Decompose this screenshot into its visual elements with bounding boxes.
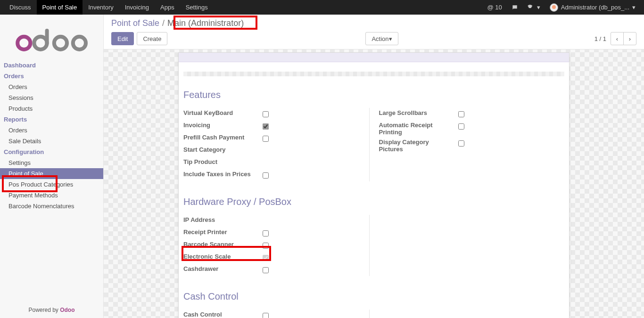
powered-by: Powered by: [28, 307, 60, 313]
avatar: [550, 3, 558, 12]
value-tip-product: [259, 158, 263, 168]
field-receipt-printer: Receipt Printer: [183, 227, 369, 239]
pager-next[interactable]: ›: [623, 32, 636, 45]
sidebar-item-orders[interactable]: Orders: [0, 82, 103, 92]
topnav-settings[interactable]: Settings: [180, 0, 214, 15]
checkbox-virtual-keyboard[interactable]: [263, 111, 269, 117]
field-start-category: Start Category: [183, 145, 369, 157]
action-dropdown[interactable]: Action ▾: [365, 32, 398, 45]
checkbox-receipt-printer[interactable]: [263, 230, 269, 236]
sidebar-menu: Dashboard Orders Orders Sessions Product…: [0, 60, 103, 302]
checkbox-large-scrollbars[interactable]: [458, 111, 464, 117]
field-auto-receipt: Automatic Receipt Printing: [379, 120, 565, 137]
field-cashdrawer: Cashdrawer: [183, 264, 369, 276]
label-virtual-keyboard: Virtual KeyBoard: [183, 109, 259, 116]
label-receipt-printer: Receipt Printer: [183, 228, 259, 236]
sidebar-item-payment-methods[interactable]: Payment Methods: [0, 190, 103, 201]
action-label: Action: [372, 35, 388, 42]
user-menu[interactable]: Administrator (db_pos_... ▾: [545, 0, 640, 15]
pager-prev[interactable]: ‹: [611, 32, 624, 45]
label-barcode-scanner: Barcode Scanner: [183, 241, 259, 248]
field-ip-address: IP Address: [183, 215, 369, 227]
svg-point-2: [54, 37, 66, 49]
checkbox-prefill-cash[interactable]: [263, 136, 269, 142]
user-label: Administrator (db_pos_...: [561, 4, 629, 11]
field-virtual-keyboard: Virtual KeyBoard: [183, 108, 369, 120]
breadcrumb-sep: /: [162, 18, 165, 28]
debug-icon[interactable]: ▾: [523, 0, 545, 15]
checkbox-invoicing[interactable]: [263, 123, 269, 130]
sidebar-footer: Powered by Odoo: [0, 302, 103, 318]
group-cash-control: Cash Control: [183, 310, 564, 318]
form-scroll[interactable]: Features Virtual KeyBoard Invoicing: [104, 52, 644, 318]
checkbox-display-category-pictures[interactable]: [458, 140, 464, 147]
sidebar-item-pos-product-categories[interactable]: Pos Product Categories: [0, 179, 103, 190]
chevron-down-icon: ▾: [537, 4, 540, 11]
checkbox-cash-control[interactable]: [263, 313, 269, 318]
breadcrumb-root[interactable]: Point of Sale: [111, 18, 159, 28]
topnav-point-of-sale[interactable]: Point of Sale: [37, 0, 83, 15]
topnav-apps[interactable]: Apps: [155, 0, 180, 15]
label-prefill-cash: Prefill Cash Payment: [183, 134, 259, 141]
checkbox-cashdrawer[interactable]: [263, 267, 269, 273]
control-panel: Point of Sale / Main (Administrator) Edi…: [104, 15, 644, 49]
group-title-cash-control: Cash Control: [183, 291, 564, 302]
main: Point of Sale / Main (Administrator) Edi…: [104, 15, 644, 318]
sidebar-item-sessions[interactable]: Sessions: [0, 92, 103, 103]
create-button[interactable]: Create: [137, 32, 167, 45]
group-title-features: Features: [183, 90, 564, 100]
label-tip-product: Tip Product: [183, 158, 259, 165]
sidebar-section-configuration[interactable]: Configuration: [0, 147, 103, 157]
group-title-hardware: Hardware Proxy / PosBox: [183, 196, 564, 207]
field-invoicing: Invoicing: [183, 120, 369, 132]
label-invoicing: Invoicing: [183, 122, 259, 129]
topnav-discuss[interactable]: Discuss: [4, 0, 37, 15]
chat-icon[interactable]: [507, 0, 523, 15]
sidebar: Dashboard Orders Orders Sessions Product…: [0, 15, 104, 318]
label-auto-receipt: Automatic Receipt Printing: [379, 122, 454, 136]
messages-indicator[interactable]: @ 10: [482, 0, 506, 15]
pager-value[interactable]: 1 / 1: [594, 35, 606, 42]
top-navbar: Discuss Point of Sale Inventory Invoicin…: [0, 0, 644, 15]
checkbox-include-taxes[interactable]: [263, 172, 269, 179]
group-features-right: Large Scrollbars Automatic Receipt Print…: [379, 108, 565, 181]
label-display-category-pictures: Display Category Pictures: [379, 139, 454, 153]
svg-point-3: [73, 37, 85, 49]
chevron-down-icon: ▾: [389, 35, 392, 42]
group-hardware: IP Address Receipt Printer Barcode Scann…: [183, 215, 564, 276]
checkbox-barcode-scanner[interactable]: [263, 243, 269, 249]
at-icon: @: [487, 4, 493, 11]
label-start-category: Start Category: [183, 146, 259, 153]
group-features: Virtual KeyBoard Invoicing Prefill Cash …: [183, 108, 564, 181]
field-large-scrollbars: Large Scrollbars: [379, 108, 565, 120]
messages-count: 10: [495, 4, 502, 11]
sidebar-section-orders[interactable]: Orders: [0, 71, 103, 82]
sidebar-section-reports[interactable]: Reports: [0, 114, 103, 125]
topnav-menu: Discuss Point of Sale Inventory Invoicin…: [4, 0, 214, 15]
breadcrumb-current: Main (Administrator): [167, 18, 244, 28]
topnav-inventory[interactable]: Inventory: [83, 0, 119, 15]
topnav-invoicing[interactable]: Invoicing: [119, 0, 155, 15]
logo: [0, 15, 103, 60]
form-sheet: Features Virtual KeyBoard Invoicing: [178, 52, 570, 318]
sidebar-item-products[interactable]: Products: [0, 103, 103, 114]
field-cash-control: Cash Control: [183, 310, 369, 318]
brand-link[interactable]: Odoo: [60, 307, 74, 313]
checkbox-auto-receipt[interactable]: [458, 123, 464, 130]
label-large-scrollbars: Large Scrollbars: [379, 109, 454, 116]
sidebar-item-barcode-nomenclatures[interactable]: Barcode Nomenclatures: [0, 201, 103, 212]
label-ip-address: IP Address: [183, 216, 259, 223]
section-separator: [183, 72, 564, 76]
label-cashdrawer: Cashdrawer: [183, 265, 259, 272]
sidebar-item-sale-details[interactable]: Sale Details: [0, 136, 103, 147]
label-electronic-scale: Electronic Scale: [183, 253, 259, 260]
svg-point-0: [17, 37, 30, 49]
sidebar-section-dashboard[interactable]: Dashboard: [0, 60, 103, 71]
sidebar-item-point-of-sale[interactable]: Point of Sale: [0, 168, 103, 179]
sidebar-item-settings[interactable]: Settings: [0, 157, 103, 168]
checkbox-electronic-scale[interactable]: [263, 255, 269, 261]
pager: 1 / 1 ‹ ›: [594, 32, 636, 45]
sidebar-item-report-orders[interactable]: Orders: [0, 125, 103, 136]
edit-button[interactable]: Edit: [111, 32, 134, 45]
field-electronic-scale: Electronic Scale: [183, 252, 369, 264]
